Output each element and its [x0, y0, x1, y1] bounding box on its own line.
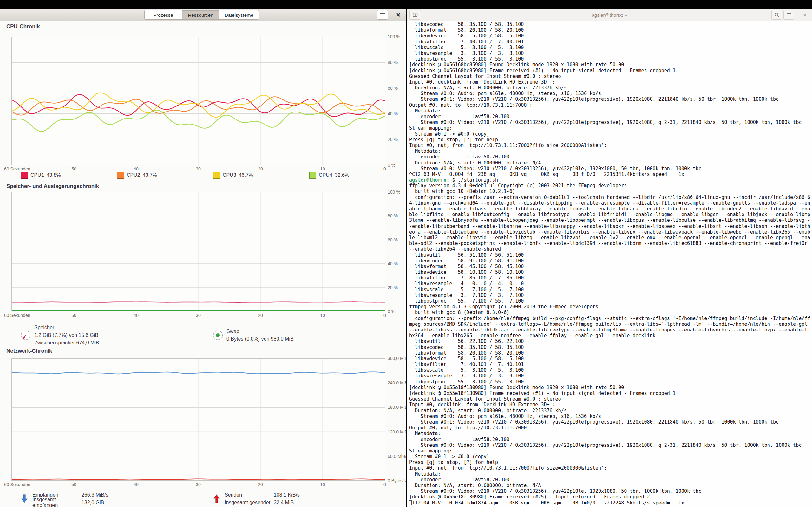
terminal-line: [decklink @ 0x56168bc85980] Found Deckli…: [409, 62, 812, 67]
cpu1-color-swatch: [21, 172, 28, 179]
send-rate: 108,1 KiB/s: [274, 492, 405, 498]
terminal-line: Duration: N/A, start: 0.000000, bitrate:…: [409, 85, 812, 91]
x-tick-label: 20: [258, 166, 263, 171]
cpu4-color-swatch: [309, 172, 316, 179]
prompt-command: :~$ ./startorig.sh: [446, 177, 498, 183]
tab-ressourcen[interactable]: Ressourcen: [182, 10, 219, 20]
close-icon: ×: [396, 11, 400, 19]
terminal-close-button[interactable]: ×: [799, 10, 810, 20]
view-switcher: Prozesse Ressourcen Dateisysteme: [144, 10, 259, 20]
terminal-menu-button[interactable]: [783, 10, 794, 20]
close-button[interactable]: ×: [393, 10, 403, 20]
receive-rate: 266,3 MiB/s: [82, 492, 213, 498]
memory-legend-item: Speicher 1,2 GiB (7,7%) von 15,6 GiB Zwi…: [21, 324, 213, 347]
memory-chart-plot: [12, 192, 385, 311]
terminal-line: libpostproc 55. 7.100 / 55. 7.100: [409, 298, 812, 304]
memory-legend: Speicher 1,2 GiB (7,7%) von 15,6 GiB Zwi…: [21, 324, 405, 347]
cpu1-label: CPU1: [31, 172, 44, 178]
cpu4-value: 32,6%: [335, 172, 349, 178]
x-tick-label: 60 Sekunden: [4, 482, 31, 487]
cpu-legend: CPU1 43,8% CPU2 43,7% CPU3 46,7% CPU4 32…: [21, 172, 405, 179]
network-send-item: Senden 108,1 KiB/s Insgesamt gesendet 32…: [213, 491, 405, 506]
y-tick-label: 20 %: [388, 285, 400, 290]
x-tick-label: 10: [320, 313, 325, 318]
x-tick-label: 30: [196, 166, 201, 171]
y-tick-label: 60,0 MiB/s: [388, 454, 406, 459]
terminal-line: bx264 --enable-libx265 --enable-nonfree …: [409, 333, 812, 338]
swap-usage: 0 Bytes (0,0%) von 980,0 MiB: [226, 335, 294, 343]
y-tick-label: 180,0 MiB/s: [388, 405, 406, 410]
terminal-line: able-libaom --enable-libass --enable-lib…: [409, 206, 812, 212]
terminal-line: configuration: --prefix=/usr --extra-ver…: [409, 194, 812, 200]
terminal-line: Duration: N/A, start: 0.000000, bitrate:…: [409, 160, 812, 166]
x-tick-label: 10: [320, 482, 325, 487]
terminal-line: libswresample 3. 7.100 / 3. 7.100: [409, 292, 812, 298]
cpu4-label: CPU4: [319, 172, 333, 178]
terminal-line: libswresample 3. 3.100 / 3. 3.100: [409, 373, 812, 379]
terminal-line: Metadata:: [409, 431, 812, 436]
terminal-line: libavformat 58. 20.100 / 58. 20.100: [409, 350, 812, 356]
terminal-line: libavformat 58. 45.100 / 58. 45.100: [409, 264, 812, 269]
x-tick-label: 40: [134, 313, 139, 318]
network-chart-plot: [12, 359, 385, 481]
terminal-line: libavcodec 58. 35.100 / 58. 35.100: [409, 344, 812, 350]
tab-dateisysteme[interactable]: Dateisysteme: [219, 10, 259, 20]
terminal-line: libavutil 56. 51.100 / 56. 51.100: [409, 252, 812, 258]
terminal-line: Stream #0:0: Video: v210 (V210 / 0x30313…: [409, 166, 812, 171]
y-tick-label: 60 %: [388, 237, 400, 242]
terminal-line: -enable-librubberband --enable-libshine …: [409, 223, 812, 229]
terminal-line: --enable-libx264 --enable-shared: [409, 246, 812, 252]
terminal-line: libavfilter 7. 40.101 / 7. 40.101: [409, 361, 812, 367]
y-tick-label: 60 %: [388, 86, 400, 91]
y-tick-label: 40 %: [388, 111, 400, 116]
send-total: 32,4 MiB: [274, 500, 405, 505]
memory-chart-y-axis: 100 %80 %60 %40 %20 %0 %: [388, 189, 400, 314]
terminal-line: libavdevice 58. 10.100 / 58. 10.100: [409, 269, 812, 275]
terminal-line: Guessed Channel Layout for Input Stream …: [409, 396, 812, 402]
terminal-headerbar: agsler@thorrx: ~ ×: [407, 9, 812, 21]
upload-arrow-icon: [213, 493, 220, 504]
terminal-line: Input #0, decklink, from 'DeckLink HD Ex…: [409, 79, 812, 85]
terminal-line: libavutil 56. 22.100 / 56. 22.100: [409, 338, 812, 344]
terminal-line: Stream #0:0: Video: v210 (V210 / 0x30313…: [409, 119, 812, 125]
terminal-line: libswscale 5. 3.100 / 5. 3.100: [409, 45, 812, 50]
terminal-line: Input #0, decklink, from 'DeckLink HD Ex…: [409, 402, 812, 407]
prompt-user-host: agsler@thorrx: [409, 177, 446, 183]
memory-cache: Zwischenspeicher 674,0 MiB: [34, 339, 99, 347]
swap-pie-icon: [213, 331, 223, 340]
y-tick-label: 0 %: [388, 163, 400, 168]
y-tick-label: 40 %: [388, 261, 400, 266]
terminal-line: [decklink @ 0x56168bc85980] Frame receiv…: [409, 68, 812, 73]
terminal-line: Metadata:: [409, 108, 812, 114]
menu-button[interactable]: [377, 10, 388, 20]
search-icon: [774, 12, 779, 17]
terminal-output-block-2: ffplay version 4.3.4-0+deb11u1 Copyright…: [409, 183, 812, 500]
terminal-line: libswresample 3. 3.100 / 3. 3.100: [409, 50, 812, 56]
network-history-chart: 300,0 MiB/s240,0 MiB/s180,0 MiB/s120,0 M…: [11, 358, 385, 481]
terminal-line: encoder : Lavf58.20.100: [409, 154, 812, 160]
cpu-chart-plot: [12, 37, 385, 165]
terminal-line: Stream #0:0: Video: v210 (V210 / 0x30313…: [409, 442, 812, 448]
network-section-title: Netzwerk-Chronik: [6, 348, 52, 354]
memory-section-title: Speicher- und Auslagerungschronik: [6, 183, 99, 189]
terminal-line: encoder : Lavf58.20.100: [409, 437, 812, 442]
swap-label: Swap: [226, 328, 294, 335]
terminal-line: Metadata:: [409, 471, 812, 477]
x-tick-label: 20: [258, 313, 263, 318]
system-monitor-window: Prozesse Ressourcen Dateisysteme × CPU-C…: [0, 9, 406, 507]
terminal-screen[interactable]: libavcodec 58. 35.100 / 58. 35.100 libav…: [407, 21, 812, 507]
desktop-top-bar: [0, 0, 812, 9]
terminal-line: eora --enable-libtwolame --enable-libvid…: [409, 229, 812, 235]
terminal-line: 3lame --enable-libmysofa --enable-libope…: [409, 217, 812, 223]
cpu-history-chart: 100 %80 %60 %40 %20 %0 % 60 Sekunden5040…: [11, 37, 385, 165]
tab-prozesse[interactable]: Prozesse: [144, 10, 182, 20]
y-tick-label: 120,0 MiB/s: [388, 429, 406, 435]
send-label: Senden: [224, 492, 274, 498]
search-button[interactable]: [771, 10, 782, 20]
terminal-line: Stream #0:1 -> #0:0 (copy): [409, 131, 812, 137]
terminal-line: Output #0, nut, to 'tcp://10.73.1.11:700…: [409, 102, 812, 108]
new-tab-button[interactable]: [409, 10, 421, 20]
x-tick-label: 30: [196, 313, 201, 318]
terminal-line: Stream mapping:: [409, 448, 812, 454]
x-tick-label: 40: [134, 166, 139, 171]
